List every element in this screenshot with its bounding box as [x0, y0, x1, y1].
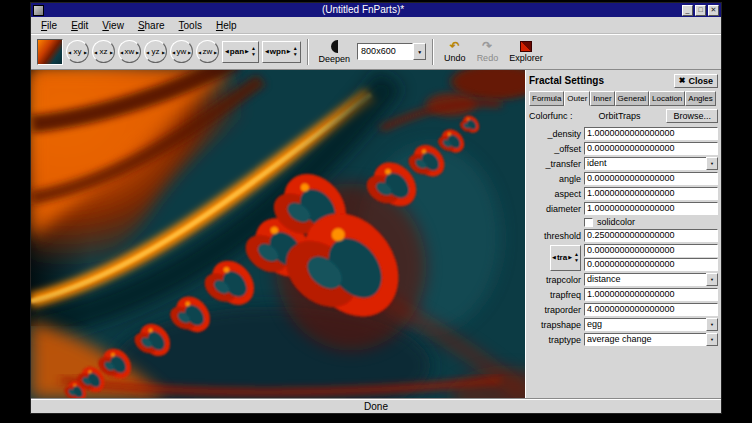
trapfreq-label: trapfreq — [529, 290, 581, 300]
trapshape-select[interactable]: egg ▼ — [584, 318, 718, 331]
angle-input[interactable]: 0.0000000000000000 — [584, 172, 718, 185]
density-label: _density — [529, 129, 581, 139]
trapcolor-label: trapcolor — [529, 275, 581, 285]
left-arrow-icon: ◀ — [172, 49, 175, 54]
menu-help[interactable]: Help — [209, 19, 244, 32]
offset-label: _offset — [529, 144, 581, 154]
rotate-yw-button[interactable]: ◀ yw ▶ — [170, 40, 193, 63]
trapcolor-select[interactable]: distance ▼ — [584, 273, 718, 286]
fractal-image — [31, 70, 525, 398]
checkbox-icon — [584, 218, 593, 227]
transfer-label: _transfer — [529, 159, 581, 169]
angle-label: angle — [529, 174, 581, 184]
explorer-icon — [520, 41, 532, 52]
left-arrow-icon: ◀ — [265, 49, 269, 54]
minimize-button[interactable]: _ — [682, 5, 693, 16]
left-arrow-icon: ◀ — [552, 255, 556, 260]
left-arrow-icon: ◀ — [146, 49, 149, 54]
toolbar-separator — [432, 39, 434, 65]
threshold-input[interactable]: 0.2500000000000000 — [584, 229, 718, 242]
diameter-input[interactable]: 1.0000000000000000 — [584, 202, 718, 215]
transfer-select[interactable]: ident ▼ — [584, 157, 718, 170]
toolbar-separator — [307, 39, 309, 65]
solidcolor-label: solidcolor — [597, 217, 635, 227]
titlebar[interactable]: (Untitled FnParts)* _ □ ✕ — [31, 3, 721, 17]
chevron-down-icon: ▼ — [417, 49, 422, 55]
tab-formula[interactable]: Formula — [529, 91, 564, 106]
browse-button[interactable]: Browse... — [666, 109, 718, 123]
right-arrow-icon: ▶ — [245, 49, 249, 54]
traptype-select[interactable]: average change ▼ — [584, 333, 718, 346]
chevron-down-icon: ▼ — [706, 157, 718, 170]
tra-re-input[interactable]: 0.0000000000000000 — [584, 244, 718, 257]
right-arrow-icon: ▶ — [84, 49, 87, 54]
window-title: (Untitled FnParts)* — [46, 3, 680, 17]
right-arrow-icon: ▶ — [214, 49, 217, 54]
menu-edit[interactable]: Edit — [64, 19, 95, 32]
left-arrow-icon: ◀ — [94, 49, 97, 54]
main-area: Fractal Settings ✖ Close Formula Outer I… — [31, 70, 721, 398]
settings-tabs: Formula Outer Inner General Location Ang… — [529, 91, 718, 106]
status-bar: Done — [31, 398, 721, 413]
trapfreq-input[interactable]: 1.0000000000000000 — [584, 288, 718, 301]
right-arrow-icon: ▶ — [568, 255, 572, 260]
panel-header: Fractal Settings ✖ Close — [529, 72, 718, 89]
deepen-button[interactable]: Deepen — [315, 39, 355, 65]
density-input[interactable]: 1.0000000000000000 — [584, 127, 718, 140]
window-menu-icon[interactable] — [33, 5, 44, 16]
tra-im-input[interactable]: 0.0000000000000000 — [584, 258, 718, 271]
chevron-down-icon: ▼ — [706, 318, 718, 331]
resolution-input[interactable]: 800x600 — [357, 43, 413, 60]
colorfunc-value: OrbitTraps — [576, 111, 664, 121]
menu-file[interactable]: File — [34, 19, 64, 32]
rotate-xw-button[interactable]: ◀ xw ▶ — [118, 40, 141, 63]
right-arrow-icon: ▶ — [188, 49, 191, 54]
tab-inner[interactable]: Inner — [590, 91, 614, 106]
trapshape-label: trapshape — [529, 320, 581, 330]
rotate-zw-button[interactable]: ◀ zw ▶ — [196, 40, 219, 63]
resolution-dropdown-arrow[interactable]: ▼ — [413, 43, 426, 60]
aspect-input[interactable]: 1.0000000000000000 — [584, 187, 718, 200]
menu-share[interactable]: Share — [131, 19, 172, 32]
undo-button[interactable]: ↶ Undo — [440, 40, 470, 64]
redo-button[interactable]: ↷ Redo — [473, 40, 503, 64]
menubar: File Edit View Share Tools Help — [31, 17, 721, 34]
right-arrow-icon: ▶ — [162, 49, 165, 54]
left-arrow-icon: ◀ — [225, 49, 229, 54]
warp-control[interactable]: ◀wpn▶ ▲ ▼ — [262, 41, 301, 63]
fractal-settings-panel: Fractal Settings ✖ Close Formula Outer I… — [525, 70, 721, 398]
traptype-label: traptype — [529, 335, 581, 345]
fractal-thumbnail-button[interactable] — [37, 39, 63, 65]
colorfunc-row: Colorfunc : OrbitTraps Browse... — [529, 107, 718, 125]
status-text: Done — [364, 401, 388, 412]
rotate-xy-button[interactable]: ◀ xy ▶ — [66, 40, 89, 63]
pan-control[interactable]: ◀pan▶ ▲ ▼ — [222, 41, 259, 63]
solidcolor-checkbox[interactable]: solidcolor — [584, 217, 718, 227]
right-arrow-icon: ▶ — [287, 49, 291, 54]
tra-fourway-control[interactable]: ◀tra▶ ▲ ▼ — [550, 245, 581, 271]
left-arrow-icon: ◀ — [68, 49, 71, 54]
tab-general[interactable]: General — [615, 91, 649, 106]
chevron-down-icon: ▼ — [706, 333, 718, 346]
tab-outer[interactable]: Outer — [564, 91, 590, 106]
menu-tools[interactable]: Tools — [172, 19, 209, 32]
panel-close-button[interactable]: ✖ Close — [674, 74, 718, 88]
close-button[interactable]: ✕ — [708, 5, 719, 16]
fractal-canvas[interactable] — [31, 70, 525, 398]
right-arrow-icon: ▶ — [136, 49, 139, 54]
threshold-label: threshold — [529, 231, 581, 241]
tab-angles[interactable]: Angles — [685, 91, 715, 106]
offset-input[interactable]: 0.0000000000000000 — [584, 142, 718, 155]
menu-view[interactable]: View — [95, 19, 131, 32]
panel-title: Fractal Settings — [529, 75, 604, 86]
left-arrow-icon: ◀ — [120, 49, 123, 54]
tab-location[interactable]: Location — [649, 91, 685, 106]
rotate-yz-button[interactable]: ◀ yz ▶ — [144, 40, 167, 63]
down-arrow-icon: ▼ — [251, 52, 256, 57]
traporder-input[interactable]: 4.0000000000000000 — [584, 303, 718, 316]
explorer-button[interactable]: Explorer — [505, 40, 547, 64]
maximize-button[interactable]: □ — [695, 5, 706, 16]
down-arrow-icon: ▼ — [574, 258, 579, 263]
toolbar: ◀ xy ▶ ◀ xz ▶ ◀ xw ▶ ◀ yz ▶ ◀ yw ▶ ◀ zw … — [31, 34, 721, 70]
rotate-xz-button[interactable]: ◀ xz ▶ — [92, 40, 115, 63]
